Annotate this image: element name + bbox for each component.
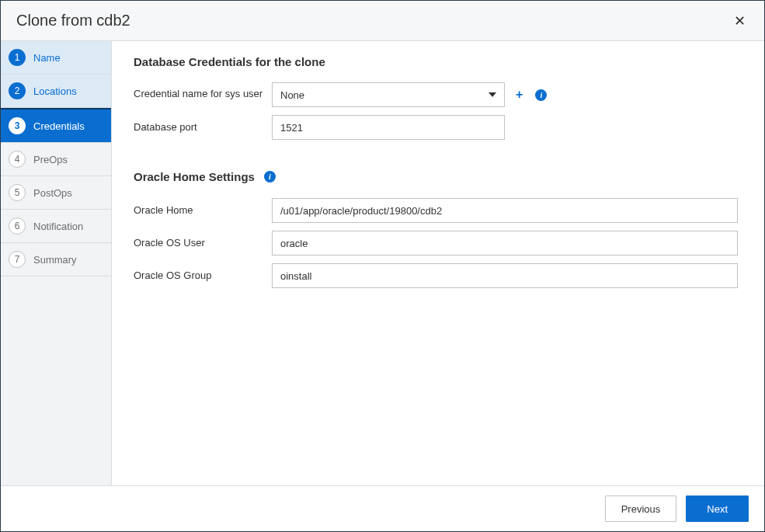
sidebar-step-postops[interactable]: 5 PostOps <box>1 176 111 210</box>
oracle-os-group-input[interactable] <box>272 263 738 288</box>
oracle-home-input[interactable] <box>272 198 738 223</box>
sidebar-step-notification[interactable]: 6 Notification <box>1 210 111 243</box>
step-number: 5 <box>9 184 26 201</box>
section-title-oracle-home: Oracle Home Settings i <box>134 169 742 184</box>
oracle-home-info-button[interactable]: i <box>263 169 277 184</box>
label-oracle-home: Oracle Home <box>134 203 272 217</box>
oracle-os-user-input[interactable] <box>272 231 738 256</box>
credential-info-button[interactable]: i <box>534 88 548 103</box>
sidebar-step-name[interactable]: 1 Name <box>1 41 111 75</box>
clone-wizard-modal: Clone from cdb2 ✕ 1 Name 2 Locations 3 C… <box>0 0 765 532</box>
step-label: Summary <box>33 254 77 266</box>
wizard-content: Database Credentials for the clone Crede… <box>112 41 764 485</box>
credential-controls: None + i <box>272 82 548 107</box>
form-row-credential-name: Credential name for sys user None + i <box>134 82 742 107</box>
form-row-oracle-home: Oracle Home <box>134 198 742 223</box>
step-label: Locations <box>33 85 77 97</box>
plus-icon: + <box>516 89 523 101</box>
section-title-text: Oracle Home Settings <box>134 170 255 183</box>
step-number: 4 <box>9 151 26 168</box>
database-port-input[interactable] <box>272 115 505 140</box>
info-icon: i <box>264 171 276 183</box>
modal-body: 1 Name 2 Locations 3 Credentials 4 PreOp… <box>1 41 764 485</box>
add-credential-button[interactable]: + <box>514 87 524 103</box>
modal-title: Clone from cdb2 <box>16 12 130 30</box>
step-label: Credentials <box>33 120 85 132</box>
previous-button[interactable]: Previous <box>605 495 677 522</box>
step-number: 2 <box>9 82 26 99</box>
select-value: None <box>280 89 304 101</box>
credential-name-select[interactable]: None <box>272 82 505 107</box>
close-button[interactable]: ✕ <box>731 14 749 28</box>
modal-footer: Previous Next <box>1 485 764 531</box>
label-oracle-os-group: Oracle OS Group <box>134 269 272 283</box>
sidebar-step-preops[interactable]: 4 PreOps <box>1 143 111 176</box>
step-number: 1 <box>9 49 26 66</box>
sidebar-step-locations[interactable]: 2 Locations <box>1 75 111 108</box>
step-number: 3 <box>9 117 26 134</box>
section-title-credentials: Database Credentials for the clone <box>134 55 742 68</box>
sidebar-step-summary[interactable]: 7 Summary <box>1 243 111 276</box>
label-database-port: Database port <box>134 120 272 134</box>
close-icon: ✕ <box>734 13 746 29</box>
form-row-oracle-os-group: Oracle OS Group <box>134 263 742 288</box>
next-button[interactable]: Next <box>686 495 749 522</box>
step-label: PreOps <box>33 154 68 165</box>
step-number: 7 <box>9 251 26 268</box>
step-label: PostOps <box>33 187 72 199</box>
label-oracle-os-user: Oracle OS User <box>134 236 272 250</box>
step-number: 6 <box>9 217 26 235</box>
wizard-sidebar: 1 Name 2 Locations 3 Credentials 4 PreOp… <box>1 41 112 485</box>
step-label: Notification <box>33 221 83 232</box>
label-credential-name: Credential name for sys user <box>134 82 272 101</box>
modal-header: Clone from cdb2 ✕ <box>1 1 764 41</box>
info-icon: i <box>535 89 547 101</box>
sidebar-step-credentials[interactable]: 3 Credentials <box>1 108 111 143</box>
form-row-database-port: Database port <box>134 115 742 140</box>
step-label: Name <box>33 52 61 64</box>
form-row-oracle-os-user: Oracle OS User <box>134 231 742 256</box>
caret-down-icon <box>489 92 496 97</box>
